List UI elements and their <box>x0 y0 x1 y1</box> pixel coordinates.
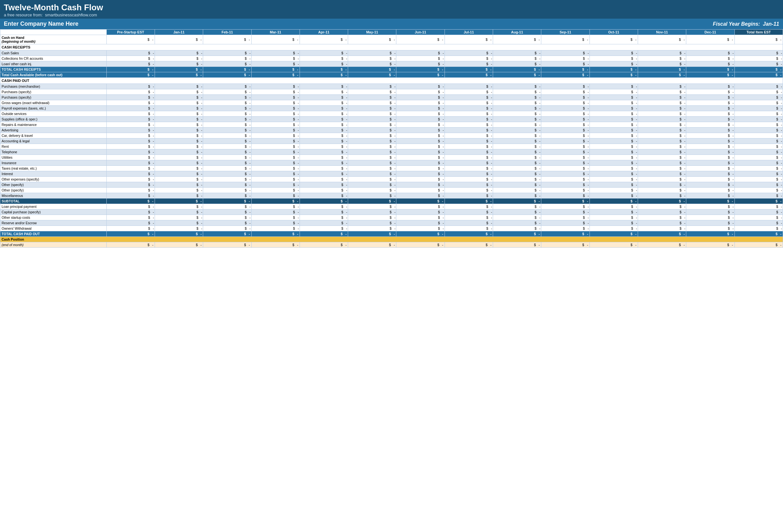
dollar-sign[interactable]: $ - <box>686 155 734 160</box>
total-value[interactable]: $ - <box>251 199 300 204</box>
dollar-sign[interactable]: $ - <box>590 204 638 209</box>
dollar-sign[interactable]: $ - <box>203 160 251 166</box>
dollar-sign[interactable]: $ - <box>638 155 686 160</box>
dollar-sign[interactable]: $ - <box>203 111 251 117</box>
dollar-sign[interactable]: $ - <box>590 188 638 193</box>
total-value[interactable]: $ - <box>251 72 300 78</box>
dollar-sign[interactable]: $ - <box>203 106 251 111</box>
dollar-sign[interactable]: $ - <box>686 51 734 56</box>
dollar-sign[interactable]: $ - <box>590 171 638 177</box>
dollar-sign[interactable]: $ - <box>348 204 396 209</box>
cash-on-hand-value[interactable]: $ - <box>444 35 493 44</box>
dollar-sign[interactable]: $ - <box>590 51 638 56</box>
dollar-sign[interactable]: $ - <box>590 56 638 61</box>
total-value[interactable]: $ - <box>251 67 300 72</box>
dollar-sign[interactable]: $ - <box>493 51 541 56</box>
company-name[interactable]: Enter Company Name Here <box>4 21 79 27</box>
dollar-sign[interactable]: $ - <box>396 51 444 56</box>
dollar-sign[interactable]: $ - <box>396 209 444 215</box>
dollar-sign[interactable]: $ - <box>203 61 251 67</box>
dollar-sign[interactable]: $ - <box>638 133 686 138</box>
cash-on-hand-value[interactable]: $ - <box>638 35 686 44</box>
dollar-sign[interactable]: $ - <box>734 84 783 89</box>
dollar-sign[interactable]: $ - <box>106 182 155 188</box>
dollar-sign[interactable]: $ - <box>541 122 590 128</box>
total-value[interactable]: $ - <box>541 199 590 204</box>
dollar-sign[interactable]: $ - <box>493 215 541 221</box>
dollar-sign[interactable]: $ - <box>155 144 203 149</box>
dollar-sign[interactable]: $ - <box>300 51 348 56</box>
dollar-sign[interactable]: $ - <box>251 51 300 56</box>
dollar-sign[interactable]: $ - <box>203 221 251 226</box>
dollar-sign[interactable]: $ - <box>251 56 300 61</box>
dollar-sign[interactable]: $ - <box>686 100 734 106</box>
dollar-sign[interactable]: $ - <box>300 182 348 188</box>
dollar-sign[interactable]: $ - <box>396 61 444 67</box>
total-value[interactable]: $ - <box>203 231 251 237</box>
dollar-sign[interactable]: $ - <box>348 56 396 61</box>
dollar-sign[interactable]: $ - <box>155 51 203 56</box>
dollar-sign[interactable]: $ - <box>203 193 251 199</box>
dollar-sign[interactable]: $ - <box>396 128 444 133</box>
dollar-sign[interactable]: $ - <box>590 226 638 231</box>
dollar-sign[interactable]: $ - <box>444 133 493 138</box>
total-value[interactable]: $ - <box>155 199 203 204</box>
dollar-sign[interactable]: $ - <box>541 182 590 188</box>
dollar-sign[interactable]: $ - <box>300 166 348 171</box>
dollar-sign[interactable]: $ - <box>493 144 541 149</box>
dollar-sign[interactable]: $ - <box>493 193 541 199</box>
dollar-sign[interactable]: $ - <box>251 188 300 193</box>
dollar-sign[interactable]: $ - <box>348 100 396 106</box>
dollar-sign[interactable]: $ - <box>300 61 348 67</box>
dollar-sign[interactable]: $ - <box>155 117 203 122</box>
dollar-sign[interactable]: $ - <box>734 138 783 144</box>
dollar-sign[interactable]: $ - <box>444 149 493 155</box>
dollar-sign[interactable]: $ - <box>300 215 348 221</box>
dollar-sign[interactable]: $ - <box>300 89 348 95</box>
dollar-sign[interactable]: $ - <box>348 188 396 193</box>
dollar-sign[interactable]: $ - <box>106 122 155 128</box>
dollar-sign[interactable]: $ - <box>348 155 396 160</box>
dollar-sign[interactable]: $ - <box>638 128 686 133</box>
total-value[interactable]: $ - <box>541 67 590 72</box>
dollar-sign[interactable]: $ - <box>348 95 396 100</box>
dollar-sign[interactable]: $ - <box>734 171 783 177</box>
dollar-sign[interactable]: $ - <box>106 204 155 209</box>
dollar-sign[interactable]: $ - <box>348 177 396 182</box>
dollar-sign[interactable]: $ - <box>686 138 734 144</box>
total-value[interactable]: $ - <box>300 231 348 237</box>
dollar-sign[interactable]: $ - <box>590 221 638 226</box>
dollar-sign[interactable]: $ - <box>541 160 590 166</box>
dollar-sign[interactable]: $ - <box>155 106 203 111</box>
dollar-sign[interactable]: $ - <box>638 51 686 56</box>
dollar-sign[interactable]: $ - <box>300 149 348 155</box>
dollar-sign[interactable]: $ - <box>396 193 444 199</box>
dollar-sign[interactable]: $ - <box>106 188 155 193</box>
dollar-sign[interactable]: $ - <box>155 155 203 160</box>
cash-position-value[interactable]: $ - <box>396 242 444 248</box>
dollar-sign[interactable]: $ - <box>590 89 638 95</box>
dollar-sign[interactable]: $ - <box>493 221 541 226</box>
dollar-sign[interactable]: $ - <box>734 128 783 133</box>
dollar-sign[interactable]: $ - <box>106 84 155 89</box>
total-value[interactable]: $ - <box>300 199 348 204</box>
cash-position-value[interactable]: $ - <box>251 242 300 248</box>
dollar-sign[interactable]: $ - <box>541 128 590 133</box>
dollar-sign[interactable]: $ - <box>541 166 590 171</box>
dollar-sign[interactable]: $ - <box>203 171 251 177</box>
dollar-sign[interactable]: $ - <box>686 122 734 128</box>
dollar-sign[interactable]: $ - <box>348 144 396 149</box>
dollar-sign[interactable]: $ - <box>155 128 203 133</box>
dollar-sign[interactable]: $ - <box>590 177 638 182</box>
dollar-sign[interactable]: $ - <box>251 149 300 155</box>
dollar-sign[interactable]: $ - <box>203 95 251 100</box>
dollar-sign[interactable]: $ - <box>686 84 734 89</box>
dollar-sign[interactable]: $ - <box>155 177 203 182</box>
dollar-sign[interactable]: $ - <box>493 204 541 209</box>
dollar-sign[interactable]: $ - <box>203 128 251 133</box>
dollar-sign[interactable]: $ - <box>106 100 155 106</box>
total-value[interactable]: $ - <box>686 231 734 237</box>
dollar-sign[interactable]: $ - <box>541 89 590 95</box>
dollar-sign[interactable]: $ - <box>155 215 203 221</box>
dollar-sign[interactable]: $ - <box>493 182 541 188</box>
